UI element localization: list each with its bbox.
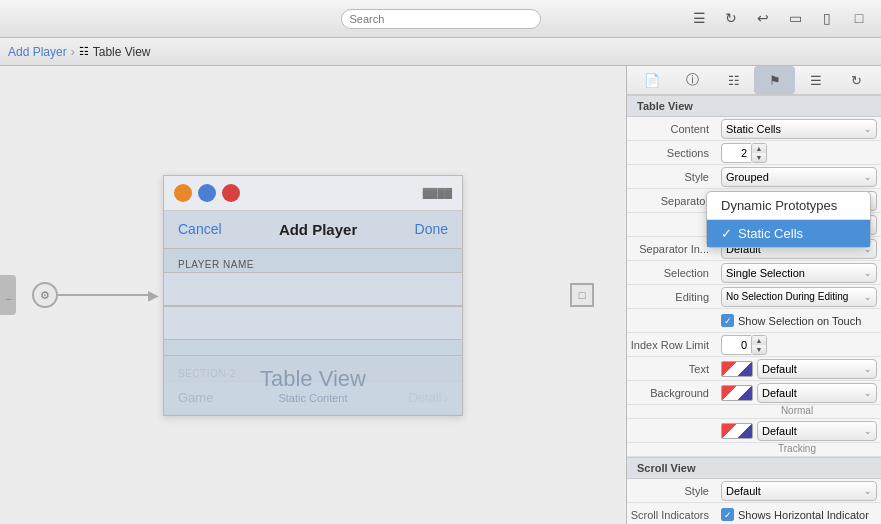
style-value[interactable]: Grouped ⌄	[717, 165, 881, 189]
nav-cancel-btn[interactable]: Cancel	[178, 221, 222, 237]
content-dropdown[interactable]: Dynamic Prototypes ✓Static Cells	[706, 191, 871, 248]
tracking-row-value[interactable]: Default ⌄	[717, 419, 881, 443]
phone-top-icons	[174, 184, 240, 202]
tracking-chevron: ⌄	[864, 426, 872, 436]
connector-circle-left: ⚙	[32, 282, 58, 308]
scroll-style-select[interactable]: Default ⌄	[721, 481, 877, 501]
content-select[interactable]: Static Cells ⌄	[721, 119, 877, 139]
sections-increment[interactable]: ▲	[752, 144, 766, 153]
scroll-style-value[interactable]: Default ⌄	[717, 479, 881, 503]
prop-row-sections: Sections ▲ ▼	[627, 141, 881, 165]
selection-chevron: ⌄	[864, 268, 872, 278]
phone-icon-red	[222, 184, 240, 202]
prop-row-selection: Selection Single Selection ⌄	[627, 261, 881, 285]
tab-list[interactable]: ☰	[795, 66, 836, 94]
sections-value: ▲ ▼	[717, 141, 881, 165]
prop-row-scroll-style: Style Default ⌄	[627, 479, 881, 503]
style-select-text: Grouped	[726, 171, 769, 183]
content-select-text: Static Cells	[726, 123, 781, 135]
sections-stepper-group: ▲ ▼	[721, 143, 767, 163]
show-sel-checkbox[interactable]: ✓	[721, 314, 734, 327]
search-input[interactable]	[341, 9, 541, 29]
table-view-section-header: Table View	[627, 95, 881, 117]
scroll-style-label: Style	[627, 485, 717, 497]
toolbar-back-icon[interactable]: ↩	[751, 7, 775, 29]
index-value: ▲ ▼	[717, 333, 881, 357]
toolbar-icons: ☰ ↻ ↩ ▭ ▯ □	[687, 7, 871, 29]
tracking-sublabel: Tracking	[627, 443, 881, 457]
main-area: www.niubb.net ⎯ ⚙ ▶ ▓▓▓▓ Canc	[0, 66, 881, 524]
prop-row-tracking: Default ⌄	[627, 419, 881, 443]
table-view-big-label: Table View	[260, 366, 366, 392]
connector-line-left	[58, 294, 148, 296]
index-label: Index Row Limit	[627, 339, 717, 351]
scroll-indicators-label: Scroll Indicators	[627, 509, 717, 521]
bg-select-text: Default	[762, 387, 797, 399]
tab-grid[interactable]: ☷	[713, 66, 754, 94]
toolbar-window-icon[interactable]: □	[847, 7, 871, 29]
panel-tabs: 📄 ⓘ ☷ ⚑ ☰ ↻	[627, 66, 881, 95]
editing-select[interactable]: No Selection During Editing ⌄	[721, 287, 877, 307]
table-view-sub-label: Static Content	[278, 392, 347, 404]
text-select-text: Default	[762, 363, 797, 375]
selection-select[interactable]: Single Selection ⌄	[721, 263, 877, 283]
arrow-icon: ▶	[148, 287, 159, 303]
tracking-select[interactable]: Default ⌄	[757, 421, 877, 441]
toolbar-sync-icon[interactable]: ↻	[719, 7, 743, 29]
bg-value[interactable]: Default ⌄	[717, 381, 881, 405]
tab-refresh[interactable]: ↻	[836, 66, 877, 94]
tab-help[interactable]: ⓘ	[672, 66, 713, 94]
dropdown-item-dynamic[interactable]: Dynamic Prototypes	[707, 192, 870, 220]
nav-title: Add Player	[279, 221, 357, 238]
show-sel-text: Show Selection on Touch	[738, 315, 861, 327]
text-prop-value[interactable]: Default ⌄	[717, 357, 881, 381]
tab-file[interactable]: 📄	[631, 66, 672, 94]
bg-swatch[interactable]	[721, 385, 753, 401]
canvas-area: www.niubb.net ⎯ ⚙ ▶ ▓▓▓▓ Canc	[0, 66, 626, 524]
toolbar-iphone-icon[interactable]: ▯	[815, 7, 839, 29]
style-select[interactable]: Grouped ⌄	[721, 167, 877, 187]
bg-select[interactable]: Default ⌄	[757, 383, 877, 403]
text-swatch[interactable]	[721, 361, 753, 377]
left-edge-bar: ⎯	[0, 275, 16, 315]
sections-decrement[interactable]: ▼	[752, 153, 766, 162]
text-chevron: ⌄	[864, 364, 872, 374]
index-input[interactable]	[721, 335, 751, 355]
editing-text: No Selection During Editing	[726, 291, 848, 302]
prop-row-show-selection: ✓ Show Selection on Touch	[627, 309, 881, 333]
table-view-overlay: Table View Static Content	[164, 355, 462, 415]
index-increment[interactable]: ▲	[752, 336, 766, 345]
tab-shield[interactable]: ⚑	[754, 66, 795, 94]
scroll-style-text: Default	[726, 485, 761, 497]
sections-input[interactable]	[721, 143, 751, 163]
editing-chevron: ⌄	[864, 292, 872, 302]
sections-stepper: ▲ ▼	[751, 143, 767, 163]
dropdown-item-static[interactable]: ✓Static Cells	[707, 220, 870, 247]
top-toolbar: ☰ ↻ ↩ ▭ ▯ □	[0, 0, 881, 38]
table-cell-1	[164, 272, 462, 306]
index-stepper-group: ▲ ▼	[721, 335, 767, 355]
breadcrumb-table-icon: ☷	[79, 45, 89, 58]
text-select[interactable]: Default ⌄	[757, 359, 877, 379]
content-label: Content	[627, 123, 717, 135]
tracking-swatch[interactable]	[721, 423, 753, 439]
toolbar-ipad-icon[interactable]: ▭	[783, 7, 807, 29]
selection-value[interactable]: Single Selection ⌄	[717, 261, 881, 285]
prop-row-text: Text Default ⌄	[627, 357, 881, 381]
content-chevron: ⌄	[864, 124, 872, 134]
breadcrumb-parent[interactable]: Add Player	[8, 45, 67, 59]
prop-row-content: Content Static Cells ⌄	[627, 117, 881, 141]
separator-label: Separator	[627, 195, 717, 207]
editing-value[interactable]: No Selection During Editing ⌄	[717, 285, 881, 309]
scroll-view-section-header: Scroll View	[627, 457, 881, 479]
selection-text: Single Selection	[726, 267, 805, 279]
index-decrement[interactable]: ▼	[752, 345, 766, 354]
content-value[interactable]: Static Cells ⌄	[717, 117, 881, 141]
bg-label: Background	[627, 387, 717, 399]
horiz-checkbox[interactable]: ✓	[721, 508, 734, 521]
nav-done-btn[interactable]: Done	[415, 221, 448, 237]
scroll-indicators-horiz: ✓ Shows Horizontal Indicator	[717, 506, 881, 523]
toolbar-layout-icon[interactable]: ☰	[687, 7, 711, 29]
prop-row-horiz-indicator: Scroll Indicators ✓ Shows Horizontal Ind…	[627, 503, 881, 524]
table-section-1: PLAYER NAME	[164, 249, 462, 340]
